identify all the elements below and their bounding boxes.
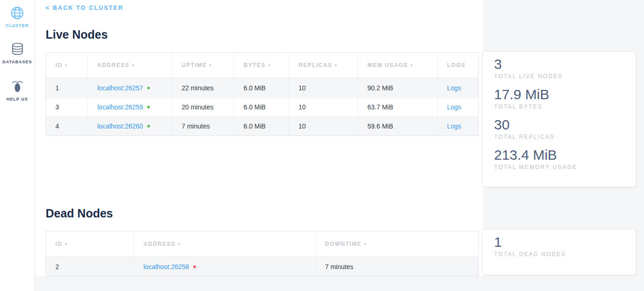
column-header-mem-usage[interactable]: MEM USAGE▾ <box>358 53 437 78</box>
sidebar: CLUSTER DATABASES HELP US <box>0 0 35 291</box>
node-logs-cell: Logs <box>437 98 478 116</box>
sort-arrow-icon: ▾ <box>411 63 414 68</box>
stat-value: 3 <box>494 56 626 73</box>
dead-nodes-title: Dead Nodes <box>46 207 113 220</box>
node-replicas-cell: 10 <box>289 117 358 135</box>
node-mem-usage-cell: 90.2 MiB <box>358 78 437 97</box>
column-header-uptime[interactable]: UPTIME▾ <box>172 53 234 78</box>
node-uptime-cell: 7 minutes <box>172 117 234 135</box>
column-header-label: MEM USAGE <box>367 62 408 68</box>
column-header-label: BYTES <box>244 62 266 68</box>
column-header-downtime[interactable]: DOWNTIME▾ <box>315 231 478 257</box>
live-status-dot <box>147 106 150 108</box>
table-row: 3 localhost:26259 20 minutes 6.0 MiB 10 … <box>46 97 478 116</box>
logs-link[interactable]: Logs <box>447 122 461 130</box>
back-to-cluster-link[interactable]: < BACK TO CLUSTER <box>46 5 123 11</box>
node-uptime-cell: 22 minutes <box>172 78 234 97</box>
dead-nodes-summary-panel: 1 TOTAL DEAD NODES <box>482 229 636 275</box>
sort-arrow-icon: ▾ <box>65 242 68 246</box>
column-header-label: UPTIME <box>182 62 207 68</box>
sort-arrow-icon: ▾ <box>335 63 338 68</box>
bug-icon <box>10 80 24 94</box>
node-id-cell: 4 <box>46 117 88 135</box>
node-bytes-cell: 6.0 MiB <box>234 78 289 97</box>
node-id-cell: 1 <box>46 78 88 97</box>
dead-nodes-table: ID▾ ADDRESS▾ DOWNTIME▾ 2 localhost:26258… <box>46 231 479 277</box>
summary-stat: 213.4 MiB TOTAL MEMORY USAGE <box>494 147 626 170</box>
column-header-id[interactable]: ID▾ <box>46 53 88 78</box>
column-header-address[interactable]: ADDRESS▾ <box>88 53 172 78</box>
node-uptime-cell: 20 minutes <box>172 98 234 116</box>
sidebar-item-label: CLUSTER <box>0 23 34 28</box>
sidebar-item-databases[interactable]: DATABASES <box>0 42 34 64</box>
node-downtime-cell: 7 minutes <box>315 257 478 276</box>
logs-link[interactable]: Logs <box>447 84 461 92</box>
stat-label: TOTAL DEAD NODES <box>494 251 626 257</box>
column-header-label: ID <box>55 62 62 68</box>
column-header-label: DOWNTIME <box>325 241 362 247</box>
column-header-address[interactable]: ADDRESS▾ <box>134 231 315 257</box>
stat-label: TOTAL LIVE NODES <box>494 73 626 80</box>
sidebar-item-cluster[interactable]: CLUSTER <box>0 6 34 28</box>
column-header-label: ADDRESS <box>143 241 176 247</box>
stat-label: TOTAL MEMORY USAGE <box>494 164 626 170</box>
table-row: 1 localhost:26257 22 minutes 6.0 MiB 10 … <box>46 78 478 97</box>
node-replicas-cell: 10 <box>289 98 358 116</box>
column-header-replicas[interactable]: REPLICAS▾ <box>289 53 358 78</box>
live-nodes-summary-panel: 3 TOTAL LIVE NODES 17.9 MiB TOTAL BYTES … <box>482 51 636 187</box>
sidebar-item-help-us[interactable]: HELP US <box>0 80 34 102</box>
stat-value: 30 <box>494 116 626 133</box>
dead-status-dot <box>193 265 196 268</box>
globe-icon <box>10 6 24 20</box>
node-logs-cell: Logs <box>437 78 478 97</box>
stat-label: TOTAL REPLICAS <box>494 134 626 140</box>
column-header-label: ID <box>55 241 62 247</box>
live-nodes-title: Live Nodes <box>46 28 108 41</box>
node-address-cell: localhost:26260 <box>88 117 172 135</box>
database-icon <box>10 42 24 56</box>
sort-arrow-icon: ▾ <box>178 242 181 246</box>
table-row: 2 localhost:26258 7 minutes <box>46 257 478 276</box>
summary-stat: 1 TOTAL DEAD NODES <box>494 234 626 257</box>
node-id-cell: 2 <box>46 257 134 276</box>
live-nodes-table: ID▾ ADDRESS▾ UPTIME▾ BYTES▾ REPLICAS▾ ME… <box>46 52 479 136</box>
node-address-link[interactable]: localhost:26260 <box>97 122 143 130</box>
sort-arrow-icon: ▾ <box>132 63 135 68</box>
node-id-cell: 3 <box>46 98 88 116</box>
stat-value: 1 <box>494 234 626 250</box>
sort-arrow-icon: ▾ <box>268 63 271 68</box>
table-row: 4 localhost:26260 7 minutes 6.0 MiB 10 5… <box>46 116 478 135</box>
stat-value: 213.4 MiB <box>494 147 626 163</box>
node-mem-usage-cell: 59.6 MiB <box>358 117 437 135</box>
live-table-header-row: ID▾ ADDRESS▾ UPTIME▾ BYTES▾ REPLICAS▾ ME… <box>46 53 478 78</box>
node-address-cell: localhost:26257 <box>88 78 172 97</box>
column-header-label: REPLICAS <box>298 62 332 68</box>
node-address-cell: localhost:26259 <box>88 98 172 116</box>
sort-arrow-icon: ▾ <box>65 63 68 68</box>
node-address-link[interactable]: localhost:26257 <box>97 84 143 92</box>
node-replicas-cell: 10 <box>289 78 358 97</box>
stat-label: TOTAL BYTES <box>494 103 626 110</box>
node-address-link[interactable]: localhost:26259 <box>97 103 143 111</box>
dead-table-header-row: ID▾ ADDRESS▾ DOWNTIME▾ <box>46 231 478 257</box>
summary-stat: 3 TOTAL LIVE NODES <box>494 56 626 80</box>
column-header-bytes[interactable]: BYTES▾ <box>234 53 289 78</box>
sort-arrow-icon: ▾ <box>209 63 212 68</box>
column-header-label: LOGS <box>447 62 466 68</box>
node-address-link[interactable]: localhost:26258 <box>143 263 189 271</box>
live-status-dot <box>147 125 150 128</box>
column-header-label: ADDRESS <box>97 62 129 68</box>
column-header-id[interactable]: ID▾ <box>46 231 134 257</box>
summary-stat: 17.9 MiB TOTAL BYTES <box>494 86 626 110</box>
sort-arrow-icon: ▾ <box>364 242 367 246</box>
node-bytes-cell: 6.0 MiB <box>234 98 289 116</box>
column-header-logs: LOGS <box>437 53 478 78</box>
live-status-dot <box>147 87 150 89</box>
logs-link[interactable]: Logs <box>447 103 461 111</box>
node-bytes-cell: 6.0 MiB <box>234 117 289 135</box>
node-address-cell: localhost:26258 <box>134 257 315 276</box>
summary-stat: 30 TOTAL REPLICAS <box>494 116 626 140</box>
sidebar-item-label: HELP US <box>0 97 34 102</box>
sidebar-item-label: DATABASES <box>0 60 34 64</box>
stat-value: 17.9 MiB <box>494 86 626 103</box>
